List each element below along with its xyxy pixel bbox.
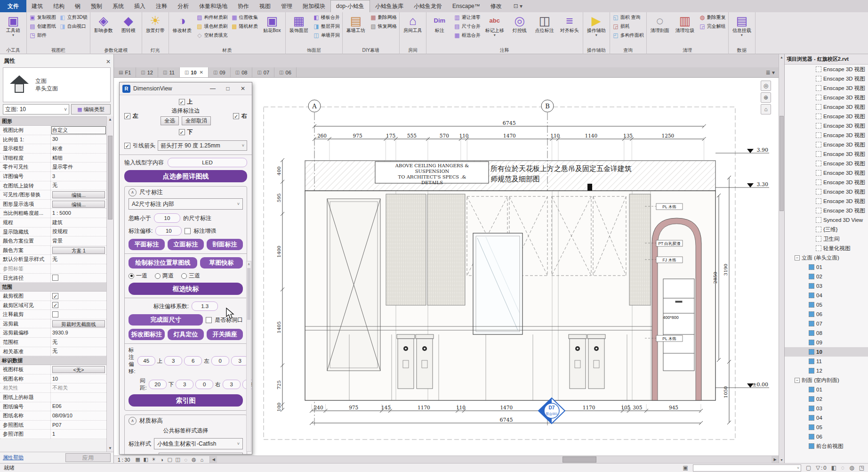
scroll-up-icon[interactable]: ∧ — [247, 261, 251, 267]
offset-input-1[interactable]: 45 — [137, 356, 155, 366]
offset-input-2[interactable]: 3 — [164, 356, 182, 366]
worksets-dropdown[interactable]: ˅ — [693, 464, 801, 472]
select-by-face-icon[interactable]: ◍ — [849, 464, 854, 471]
drawing-viewport[interactable]: AB — [114, 78, 779, 456]
property-value[interactable] — [51, 264, 106, 273]
property-edit-button[interactable]: 编辑... — [52, 201, 105, 208]
leader-arrow-dropdown[interactable]: 箭头打开 90 度 1.25mm˅ — [158, 140, 247, 151]
ribbon-tab[interactable]: 注释 — [151, 0, 172, 12]
align-dim-head-button[interactable]: ≡对齐标头 — [557, 13, 582, 33]
tree-item[interactable]: 04 — [785, 413, 868, 423]
edit-material-button[interactable]: ◑修改材质 — [170, 13, 194, 33]
reveal-hidden-icon[interactable]: ◍ — [190, 456, 198, 463]
close-icon[interactable]: ✕ — [106, 58, 111, 65]
spacing-input-1[interactable]: 20 — [149, 380, 167, 389]
spacing-input-3[interactable]: 0 — [195, 380, 213, 389]
tree-item[interactable]: Enscape 3D 视图 — [785, 102, 868, 112]
scroll-up-icon[interactable]: ▲ — [108, 116, 112, 123]
radio-lane-3[interactable]: 三道 — [181, 272, 200, 280]
property-value[interactable]: 3930.9 — [51, 328, 106, 337]
select-all-button[interactable]: 全选 — [161, 116, 179, 125]
properties-scrollbar[interactable]: ▲ ▼ — [106, 116, 113, 452]
property-value[interactable]: 无 — [51, 338, 106, 347]
tree-item[interactable]: Enscape 3D 视图 — [785, 83, 868, 93]
worksharing-display-icon[interactable]: ⌂ — [198, 457, 206, 463]
tree-item[interactable]: 卫生间 — [785, 234, 868, 244]
light-strip-button[interactable]: ☀放置灯带 — [143, 13, 168, 33]
maximize-icon[interactable]: □ — [222, 85, 234, 92]
checkbox-top[interactable]: ✓ — [179, 99, 185, 105]
property-value[interactable]: 无 — [51, 347, 106, 356]
tree-item[interactable]: Synced 3D View — [785, 215, 868, 225]
radio-lane-1[interactable]: 一道 — [129, 272, 147, 280]
tag-move-up-button[interactable]: abc标记上移▾ — [482, 13, 507, 37]
scale-indicator[interactable]: 1 : 30 — [114, 457, 134, 463]
home-view-icon[interactable]: ⌂ — [761, 104, 771, 114]
scroll-up-icon[interactable]: ▲ — [779, 54, 784, 60]
tree-item[interactable]: Enscape 3D 视图 — [785, 168, 868, 178]
tree-item[interactable]: 06 — [785, 432, 868, 441]
shadows-icon[interactable]: ◑ — [158, 457, 166, 463]
ribbon-tab[interactable]: 系统 — [107, 0, 129, 12]
crop-view-icon[interactable]: ▢ — [166, 456, 174, 463]
component-material-brush-button[interactable]: ▨构件材质刷 — [195, 13, 229, 22]
selection-filter[interactable]: ▽:0 — [816, 464, 826, 471]
ribbon-tab[interactable]: 体量和场地 — [194, 0, 233, 12]
property-edit-button[interactable]: <无> — [52, 366, 105, 373]
tree-item[interactable]: 09 — [785, 338, 868, 347]
temporary-hide-icon[interactable]: ◌ — [182, 457, 190, 463]
tree-item[interactable]: 03 — [785, 281, 868, 291]
ribbon-tab[interactable]: 插入 — [129, 0, 151, 12]
offset-input-4[interactable]: 0 — [211, 356, 229, 366]
full-ungroup-button[interactable]: ◲完全解组 — [698, 22, 727, 31]
tree-item[interactable]: Enscape 3D 视图 — [785, 65, 868, 74]
index-map-button[interactable]: 索引图 — [129, 394, 243, 407]
ribbon-tab[interactable]: 管理 — [276, 0, 297, 12]
deselect-all-button[interactable]: 全部取消 — [182, 116, 211, 125]
properties-help-link[interactable]: 属性帮助 — [3, 454, 24, 461]
avoid-clear-button[interactable]: ▥避让清零 — [452, 13, 482, 22]
property-value[interactable]: 1 : 5000 — [51, 209, 106, 218]
ribbon-tab[interactable]: dop-小鲶鱼 — [330, 0, 370, 12]
tree-item[interactable]: Enscape 3D 视图 — [785, 206, 868, 215]
duplicate-view-button[interactable]: ▣复制视图 — [28, 13, 57, 22]
tree-item[interactable]: 11 — [785, 357, 868, 366]
affect-parameters-button[interactable]: ◈影响参数 — [91, 13, 116, 33]
tree-item[interactable]: 10 — [785, 347, 868, 357]
tree-item[interactable]: Enscape 3D 视图 — [785, 74, 868, 83]
collapse-section-icon[interactable]: ∧ — [129, 417, 137, 425]
random-material-button[interactable]: ▩随机材质 — [230, 22, 259, 31]
tree-item[interactable]: Enscape 3D 视图 — [785, 140, 868, 149]
tree-item[interactable]: {三维} — [785, 225, 868, 234]
dialog-scrollbar[interactable]: ∧ — [246, 261, 251, 452]
empty-material-fill-button[interactable]: ◇空材质填充 — [195, 31, 229, 40]
elevation-dim-button[interactable]: 立面标注 — [168, 239, 204, 250]
dimension-view-dialog[interactable]: R DimensionView — □ ✕ ✓ 上 ✓左 — [119, 82, 252, 455]
property-edit-button[interactable]: 编辑... — [52, 191, 105, 198]
scrollbar-thumb[interactable] — [780, 116, 784, 211]
demolish-dim-button[interactable]: 拆改图标注 — [129, 329, 165, 340]
tree-item[interactable]: 01 — [785, 385, 868, 394]
tree-item[interactable]: 轻量化视图 — [785, 244, 868, 253]
area-query-button[interactable]: ◱面积 查询 — [611, 13, 645, 22]
view-tab-07[interactable]: ◫07 — [252, 67, 274, 77]
pick-reference-detail-line-button[interactable]: 点选参照详图线 — [124, 170, 247, 182]
tree-item[interactable]: −立面 (单头立面) — [785, 253, 868, 262]
select-links-icon[interactable]: ◧ — [831, 464, 836, 471]
floor-merge-button[interactable]: ◧楼板合并 — [312, 13, 341, 22]
tree-expander-icon[interactable]: − — [795, 255, 800, 260]
dialog-title-bar[interactable]: R DimensionView — □ ✕ — [120, 82, 252, 95]
checkbox[interactable]: ✓ — [52, 302, 58, 308]
tree-expander-icon[interactable]: − — [795, 378, 800, 383]
tree-item[interactable]: Enscape 3D 视图 — [785, 159, 868, 168]
light-control-line-button[interactable]: ◎灯控线 — [507, 13, 532, 33]
scroll-right-icon[interactable]: ▶ — [772, 456, 779, 463]
horizontal-scrollbar[interactable]: ◀ ▶ — [209, 456, 779, 463]
fill-material-brush-button[interactable]: ▧填色材质刷 — [195, 22, 229, 31]
info-mount-button[interactable]: ▤信息挂载▾ — [730, 13, 754, 37]
property-value[interactable]: 不相关 — [51, 383, 106, 392]
ribbon-tab[interactable]: 视图 — [254, 0, 276, 12]
view-tab-10[interactable]: ◫10✕ — [180, 67, 209, 77]
delete-duplicate-button[interactable]: ◍删除重复 — [698, 13, 727, 22]
drawing-to-model-button[interactable]: ◆图转模 — [116, 13, 141, 33]
